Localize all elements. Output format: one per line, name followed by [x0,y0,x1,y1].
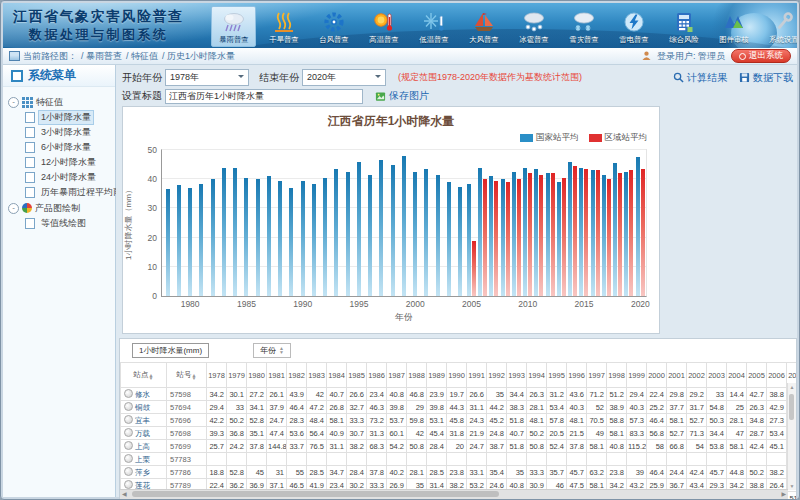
column-header-year-1988[interactable]: 1988 [407,363,427,388]
start-year-select[interactable]: 1978年 [165,69,249,86]
toolbar-item-cold[interactable]: 低温普查 [411,6,456,47]
save-image-button[interactable]: 保存图片 [375,89,429,103]
station-name[interactable]: 上高 [135,442,150,451]
station-name[interactable]: 万载 [135,429,150,438]
sidebar-item-1小时降水量[interactable]: 1小时降水量 [8,110,115,125]
horizontal-scrollbar[interactable]: ◀ ▶ [120,489,788,499]
logout-button[interactable]: 退出系统 [731,49,791,63]
expander-icon[interactable]: - [8,203,19,214]
scroll-down-icon[interactable]: ▼ [788,483,796,489]
expander-icon[interactable]: - [8,97,19,108]
sidebar-item-6小时降水量[interactable]: 6小时降水量 [8,140,115,155]
scroll-up-icon[interactable]: ▲ [788,384,796,390]
breadcrumb-segment[interactable]: / 历史1小时降水量 [162,51,235,61]
tree-group-产品图绘制[interactable]: -产品图绘制 [8,200,115,216]
station-name[interactable]: 宜丰 [135,416,150,425]
toolbar-item-drought[interactable]: 干旱普查 [261,6,306,47]
station-name[interactable]: 修水 [135,390,150,399]
legend-item[interactable]: 区域站平均 [589,132,648,144]
tree-group-特征值[interactable]: -特征值 [8,94,115,110]
vertical-scroll-thumb[interactable] [789,394,794,420]
column-header-year-1996[interactable]: 1996 [567,363,587,388]
station-name-cell[interactable]: 萍乡 [121,466,167,479]
column-header-year-1991[interactable]: 1991 [467,363,487,388]
station-name[interactable]: 铜鼓 [135,403,150,412]
column-header-station[interactable]: 站点▲▼ [121,363,167,388]
column-header-year-2002[interactable]: 2002 [687,363,707,388]
column-header-year-1998[interactable]: 1998 [607,363,627,388]
toolbar-item-rain[interactable]: 暴雨普查 [211,6,256,47]
column-header-year-1985[interactable]: 1985 [347,363,367,388]
toolbar-item-heat[interactable]: 高温普查 [361,6,406,47]
toolbar-item-wind[interactable]: 大风普查 [461,6,506,47]
breadcrumb-segment[interactable]: / 暴雨普查 [81,51,122,61]
station-name[interactable]: 上栗 [135,455,150,464]
toolbar-item-hail[interactable]: 冰雹普查 [511,6,556,47]
legend-item[interactable]: 国家站平均 [520,132,579,144]
column-header-year-1989[interactable]: 1989 [427,363,447,388]
column-header-year-1992[interactable]: 1992 [487,363,507,388]
value-cell: 33 [227,401,247,414]
range-note: (规定范围1978-2020年数据作为基数统计范围) [398,71,582,84]
row-radio-icon[interactable] [124,454,133,463]
toolbar-item-review[interactable]: 图件审核 [711,6,756,47]
column-header-year-2000[interactable]: 2000 [647,363,667,388]
calculate-button[interactable]: 计算结果 [673,71,727,85]
sidebar-item-3小时降水量[interactable]: 3小时降水量 [8,125,115,140]
sidebar-item-24小时降水量[interactable]: 24小时降水量 [8,170,115,185]
column-header-year-1986[interactable]: 1986 [367,363,387,388]
column-header-year-1984[interactable]: 1984 [327,363,347,388]
row-radio-icon[interactable] [124,389,133,398]
row-radio-icon[interactable] [124,428,133,437]
sidebar-item-等值线绘图[interactable]: 等值线绘图 [8,216,115,231]
column-header-year-1982[interactable]: 1982 [287,363,307,388]
station-name-cell[interactable]: 万载 [121,427,167,440]
column-header-year-2004[interactable]: 2004 [727,363,747,388]
toolbar-item-lightning[interactable]: 雷电普查 [611,6,656,47]
column-header-year-1994[interactable]: 1994 [527,363,547,388]
column-header-year-2006[interactable]: 2006 [767,363,787,388]
station-name-cell[interactable]: 修水 [121,388,167,401]
sidebar-item-12小时降水量[interactable]: 12小时降水量 [8,155,115,170]
vertical-scrollbar[interactable]: ▲ ▼ [787,383,796,490]
row-radio-icon[interactable] [124,415,133,424]
station-name-cell[interactable]: 上高 [121,440,167,453]
end-year-select[interactable]: 2020年 [302,69,386,86]
toolbar-item-settings[interactable]: 系统设置 [761,6,797,47]
toolbar-item-snow[interactable]: 雪灾普查 [561,6,606,47]
year-filter[interactable]: 年份 ▲▼ [253,343,291,358]
column-header-year-1980[interactable]: 1980 [247,363,267,388]
value-cell: 39.8 [427,401,447,414]
column-header-station-id[interactable]: 站号▲▼ [167,363,207,388]
row-radio-icon[interactable] [124,402,133,411]
column-header-year-1981[interactable]: 1981 [267,363,287,388]
toolbar-item-calculator[interactable]: 综合风险 [661,6,706,47]
download-button[interactable]: 数据下载 [739,71,793,85]
column-header-year-2003[interactable]: 2003 [707,363,727,388]
station-name-cell[interactable]: 铜鼓 [121,401,167,414]
column-header-year-2005[interactable]: 2005 [747,363,767,388]
station-name-cell[interactable]: 上栗 [121,453,167,466]
toolbar-item-typhoon[interactable]: 台风普查 [311,6,356,47]
scroll-left-icon[interactable]: ◀ [122,491,127,498]
row-radio-icon[interactable] [124,480,133,489]
chart-title-input[interactable] [165,89,363,104]
column-header-year-1987[interactable]: 1987 [387,363,407,388]
column-header-year-1999[interactable]: 1999 [627,363,647,388]
column-header-year-1993[interactable]: 1993 [507,363,527,388]
column-header-year-1979[interactable]: 1979 [227,363,247,388]
station-name[interactable]: 萍乡 [135,468,150,477]
row-radio-icon[interactable] [124,467,133,476]
column-header-year-1978[interactable]: 1978 [207,363,227,388]
scroll-right-icon[interactable]: ▶ [781,491,786,498]
column-header-year-2001[interactable]: 2001 [667,363,687,388]
column-header-year-1997[interactable]: 1997 [587,363,607,388]
column-header-year-1983[interactable]: 1983 [307,363,327,388]
breadcrumb-segment[interactable]: / 特征值 [126,51,158,61]
horizontal-scroll-thumb[interactable] [132,491,499,497]
row-radio-icon[interactable] [124,441,133,450]
station-name-cell[interactable]: 宜丰 [121,414,167,427]
column-header-year-1995[interactable]: 1995 [547,363,567,388]
sidebar-item-历年暴雨过程平均雨量[interactable]: 历年暴雨过程平均雨量 [8,185,115,200]
column-header-year-1990[interactable]: 1990 [447,363,467,388]
